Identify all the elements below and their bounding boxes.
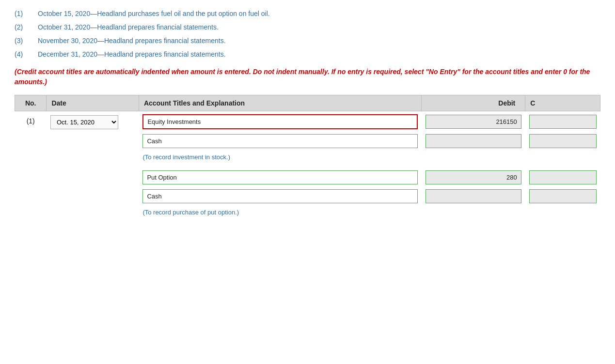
instruction-text-4: December 31, 2020—Headland prepares fina… — [38, 50, 226, 58]
col-header-credit: C — [525, 95, 600, 111]
table-row — [15, 132, 600, 151]
account-cell-cash2 — [139, 187, 421, 206]
instruction-num-4: (4) — [15, 50, 30, 58]
account-cell-cash1 — [139, 132, 421, 151]
entry-no-blank2 — [15, 168, 47, 187]
debit-input-put[interactable] — [426, 170, 521, 184]
instruction-num-3: (3) — [15, 37, 30, 45]
col-header-account: Account Titles and Explanation — [139, 95, 421, 111]
credit-input-put[interactable] — [529, 170, 597, 184]
page-container: (1) October 15, 2020—Headland purchases … — [0, 0, 615, 228]
credit-input-equity[interactable] — [529, 115, 597, 129]
debit-input-cash1[interactable] — [426, 134, 521, 148]
account-cell-put — [139, 168, 421, 187]
instruction-text-1: October 15, 2020—Headland purchases fuel… — [38, 10, 270, 17]
account-cell-equity — [139, 111, 421, 132]
date-select[interactable]: Oct. 15, 2020 — [50, 115, 118, 129]
table-row: (1) Oct. 15, 2020 — [15, 111, 600, 132]
debit-input-equity[interactable] — [426, 115, 521, 129]
col-header-no: No. — [15, 95, 47, 111]
account-input-put[interactable] — [142, 170, 417, 184]
memo-row-2: (To record purchase of put option.) — [15, 206, 600, 218]
col-header-date: Date — [47, 95, 139, 111]
memo-text-2: (To record purchase of put option.) — [139, 206, 600, 218]
credit-cell-cash1 — [525, 132, 600, 151]
instructions-list: (1) October 15, 2020—Headland purchases … — [15, 10, 600, 58]
debit-cell-cash2 — [422, 187, 525, 206]
account-input-cash1[interactable] — [142, 134, 417, 148]
instruction-item-2: (2) October 31, 2020—Headland prepares f… — [15, 23, 600, 31]
instruction-text-3: November 30, 2020—Headland prepares fina… — [38, 37, 226, 45]
table-row — [15, 187, 600, 206]
instruction-item-4: (4) December 31, 2020—Headland prepares … — [15, 50, 600, 58]
account-input-cash2[interactable] — [142, 189, 417, 203]
entry-no-blank3 — [15, 187, 47, 206]
credit-cell-cash2 — [525, 187, 600, 206]
memo2-no-blank — [15, 206, 47, 218]
account-input-equity[interactable] — [142, 114, 417, 129]
memo-row-1: (To record investment in stock.) — [15, 151, 600, 163]
credit-input-cash1[interactable] — [529, 134, 597, 148]
journal-table: No. Date Account Titles and Explanation … — [15, 95, 600, 218]
debit-cell-cash1 — [422, 132, 525, 151]
credit-cell-equity — [525, 111, 600, 132]
memo-no-blank — [15, 151, 47, 163]
date-blank1 — [47, 132, 139, 151]
instruction-num-1: (1) — [15, 10, 30, 17]
entry-no-blank1 — [15, 132, 47, 151]
instruction-text-2: October 31, 2020—Headland prepares finan… — [38, 23, 219, 31]
memo-text-1: (To record investment in stock.) — [139, 151, 600, 163]
debit-input-cash2[interactable] — [426, 189, 521, 203]
credit-cell-put — [525, 168, 600, 187]
instruction-item-1: (1) October 15, 2020—Headland purchases … — [15, 10, 600, 17]
notice-text: (Credit account titles are automatically… — [15, 67, 600, 87]
date-blank2 — [47, 168, 139, 187]
date-cell: Oct. 15, 2020 — [47, 111, 139, 132]
debit-cell-equity — [422, 111, 525, 132]
date-blank3 — [47, 187, 139, 206]
spacer-row — [15, 163, 600, 168]
instruction-num-2: (2) — [15, 23, 30, 31]
memo-date-blank — [47, 151, 139, 163]
memo2-date-blank — [47, 206, 139, 218]
col-header-debit: Debit — [422, 95, 525, 111]
entry-no: (1) — [15, 111, 47, 132]
debit-cell-put — [422, 168, 525, 187]
instruction-item-3: (3) November 30, 2020—Headland prepares … — [15, 37, 600, 45]
table-row — [15, 168, 600, 187]
credit-input-cash2[interactable] — [529, 189, 597, 203]
